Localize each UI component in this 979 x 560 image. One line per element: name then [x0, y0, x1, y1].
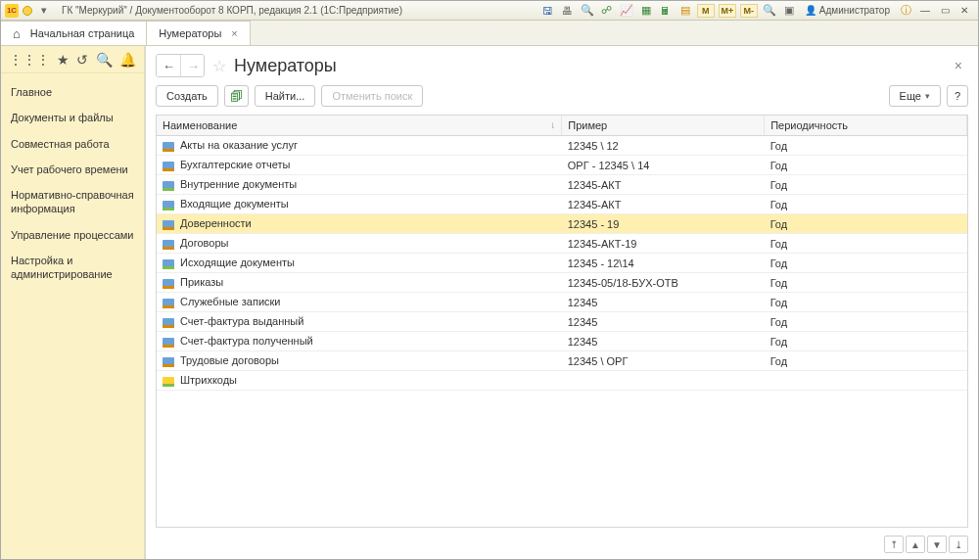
table-row[interactable]: Штрихкоды [157, 371, 967, 391]
content-area: ← → ☆ Нумераторы × Создать 🗐 Найти... От… [145, 46, 978, 559]
table-row[interactable]: Служебные записки12345Год [157, 293, 967, 312]
history-icon[interactable]: ↺ [76, 52, 88, 68]
table-row[interactable]: Трудовые договоры12345 \ ОРГГод [157, 351, 967, 371]
scroll-top-button[interactable]: ⤒ [884, 536, 904, 553]
table-row[interactable]: Внутренние документы12345-АКТГод [157, 175, 967, 195]
m-minus-button[interactable]: M- [740, 4, 758, 18]
sidebar-item-4[interactable]: Нормативно-справочная информация [1, 182, 144, 222]
tab-close-icon[interactable]: × [231, 27, 237, 39]
cell-period: Год [765, 273, 967, 293]
table-row[interactable]: Счет-фактура выданный12345Год [157, 312, 967, 332]
find-button[interactable]: Найти... [255, 85, 316, 107]
cell-name: Договоры [157, 234, 562, 254]
sidebar-item-1[interactable]: Документы и файлы [1, 105, 144, 130]
tab-home[interactable]: Начальная страница [0, 21, 147, 45]
cell-name: Внутренние документы [157, 175, 562, 195]
sidebar-item-0[interactable]: Главное [1, 79, 144, 105]
sidebar-item-5[interactable]: Управление процессами [1, 222, 144, 248]
sidebar-item-3[interactable]: Учет рабочего времени [1, 157, 144, 182]
cell-period: Год [765, 195, 967, 214]
table-row[interactable]: Исходящие документы12345 - 12\14Год [157, 254, 967, 273]
cell-period: Год [765, 351, 967, 371]
star-icon[interactable]: ★ [57, 52, 70, 68]
more-button[interactable]: Еще [889, 85, 941, 107]
window-restore-button[interactable]: ▭ [937, 4, 953, 18]
row-type-icon [163, 181, 174, 191]
sidebar: ⋮⋮⋮ ★ ↺ 🔍 🔔 ГлавноеДокументы и файлыСовм… [1, 46, 145, 559]
create-button[interactable]: Создать [156, 85, 218, 107]
table-row[interactable]: Входящие документы12345-АКТГод [157, 195, 967, 214]
cell-example: 12345-АКТ [562, 195, 765, 214]
table-row[interactable]: Акты на оказание услуг12345 \ 12Год [157, 136, 967, 156]
tab-numerators[interactable]: Нумераторы × [146, 21, 251, 45]
table-row[interactable]: Договоры12345-АКТ-19Год [157, 234, 967, 254]
app-logo-1c-icon: 1C [5, 4, 19, 18]
col-example[interactable]: Пример [562, 116, 765, 136]
cell-name: Акты на оказание услуг [157, 136, 562, 156]
help-button[interactable]: ? [947, 85, 968, 107]
scroll-bottom-button[interactable]: ⤓ [949, 536, 968, 553]
cell-period: Год [765, 312, 967, 332]
table-row[interactable]: Доверенности12345 - 19Год [157, 214, 967, 234]
nav-forward-button[interactable]: → [180, 55, 204, 76]
current-user[interactable]: 👤 Администратор [805, 5, 890, 16]
calculator-icon[interactable]: 🖩 [658, 3, 674, 19]
table-row[interactable]: Счет-фактура полученный12345Год [157, 332, 967, 351]
sheet-icon[interactable]: ▤ [677, 3, 693, 19]
table-row[interactable]: Бухгалтерские отчетыОРГ - 12345 \ 14Год [157, 156, 967, 175]
sidebar-item-2[interactable]: Совместная работа [1, 131, 144, 157]
window-close-button[interactable]: ✕ [956, 4, 972, 18]
row-type-icon [163, 357, 174, 367]
content-close-icon[interactable]: × [949, 58, 968, 73]
nav-back-button[interactable]: ← [157, 55, 180, 76]
cell-name: Исходящие документы [157, 254, 562, 273]
preview-icon[interactable]: 🔍 [580, 3, 595, 19]
cell-name: Бухгалтерские отчеты [157, 156, 562, 175]
chart-icon[interactable]: 📈 [619, 3, 634, 19]
tab-strip: Начальная страница Нумераторы × [1, 21, 978, 46]
row-type-icon [163, 279, 174, 289]
user-icon: 👤 [805, 5, 816, 16]
calendar-icon[interactable]: ▦ [638, 3, 654, 19]
tab-home-label: Начальная страница [30, 27, 134, 39]
cell-example: 12345 [562, 312, 765, 332]
cell-name: Трудовые договоры [157, 351, 562, 371]
cancel-search-button[interactable]: Отменить поиск [321, 85, 423, 107]
cell-example: 12345 \ 12 [562, 136, 765, 156]
apps-icon[interactable]: ⋮⋮⋮ [9, 52, 50, 68]
m-plus-button[interactable]: M+ [719, 4, 736, 18]
refresh-icon[interactable]: ☍ [599, 3, 615, 19]
scroll-down-button[interactable]: ▼ [927, 536, 947, 553]
row-type-icon [163, 142, 174, 152]
window-minimize-button[interactable]: — [917, 4, 933, 18]
cell-example: 12345 - 19 [562, 214, 765, 234]
user-name: Администратор [819, 5, 890, 16]
zoom-icon[interactable]: 🔍 [762, 3, 777, 19]
panel-icon[interactable]: ▣ [781, 3, 797, 19]
print-icon[interactable]: 🖶 [560, 3, 576, 19]
cell-period: Год [765, 156, 967, 175]
table: Наименование ↓ Пример Периодичность Акты… [156, 115, 968, 528]
col-period[interactable]: Периодичность [765, 116, 967, 136]
cell-period: Год [765, 234, 967, 254]
col-name-label: Наименование [163, 119, 237, 131]
cell-name: Счет-фактура выданный [157, 312, 562, 332]
sidebar-item-6[interactable]: Настройка и администрирование [1, 248, 144, 288]
scroll-up-button[interactable]: ▲ [906, 536, 925, 553]
search-icon[interactable]: 🔍 [96, 52, 113, 68]
row-type-icon [163, 162, 174, 171]
favorite-star-icon[interactable]: ☆ [212, 57, 226, 75]
cell-example: ОРГ - 12345 \ 14 [562, 156, 765, 175]
dropdown-icon[interactable]: ▾ [36, 3, 52, 19]
copy-button[interactable]: 🗐 [224, 85, 249, 107]
bell-icon[interactable]: 🔔 [119, 52, 136, 68]
cell-example: 12345-АКТ-19 [562, 234, 765, 254]
save-icon[interactable]: 🖫 [540, 3, 556, 19]
info-icon[interactable]: ⓘ [898, 3, 913, 19]
col-name[interactable]: Наименование ↓ [157, 116, 562, 136]
cell-name: Доверенности [157, 214, 562, 234]
table-row[interactable]: Приказы12345-05/18-БУХ-ОТВГод [157, 273, 967, 293]
cell-name: Счет-фактура полученный [157, 332, 562, 351]
tab-numerators-label: Нумераторы [159, 27, 221, 39]
m-button[interactable]: M [697, 4, 715, 18]
